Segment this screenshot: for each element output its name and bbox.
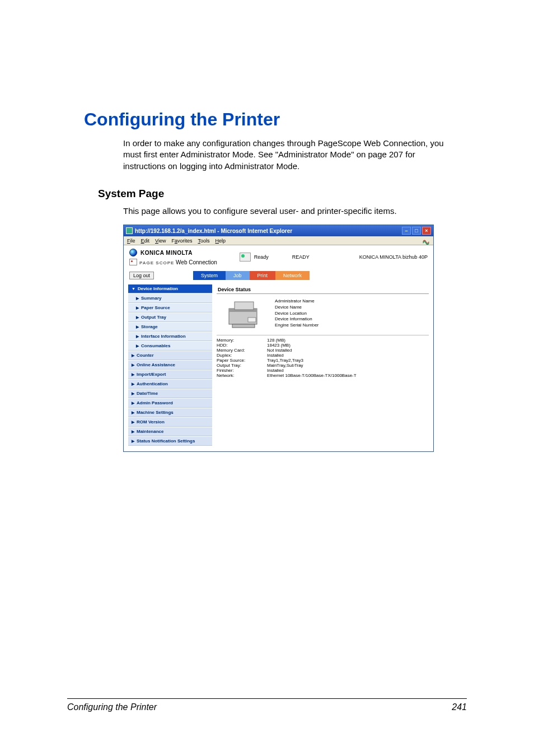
- spec-key: Output Tray:: [217, 363, 267, 368]
- page-number: 241: [452, 702, 467, 712]
- sidebar-item-date-time[interactable]: ▶Date/Time: [128, 389, 212, 398]
- sidebar-item-maintenance[interactable]: ▶Maintenance: [128, 427, 212, 436]
- spec-key: Network:: [217, 373, 267, 378]
- spec-key: Finisher:: [217, 368, 267, 373]
- spec-val: MainTray,SubTray: [267, 363, 303, 368]
- pagescope-icon: [129, 259, 137, 265]
- svg-rect-4: [232, 324, 255, 328]
- spec-val: 128 (MB): [267, 338, 285, 343]
- spec-val: Not Installed: [267, 348, 292, 353]
- sidebar-item-admin-password[interactable]: ▶Admin Password: [128, 399, 212, 408]
- device-info-list: Administrator Name Device Name Device Lo…: [275, 298, 318, 329]
- intro-paragraph: In order to make any configuration chang…: [123, 138, 456, 172]
- sidebar-item-import-export[interactable]: ▶Import/Export: [128, 370, 212, 379]
- sidebar-item-online-assistance[interactable]: ▶Online Assistance: [128, 361, 212, 370]
- spec-val: Installed: [267, 353, 284, 358]
- menu-edit[interactable]: Edit: [141, 238, 150, 244]
- window-title-text: http://192.168.1.2/a_index.html - Micros…: [135, 228, 292, 234]
- header-band: KONICA MINOLTA PAGE SCOPE Web Connection…: [124, 245, 433, 270]
- menu-view[interactable]: View: [155, 238, 166, 244]
- section-body: This page allows you to configure severa…: [123, 206, 456, 217]
- divider: [217, 335, 429, 335]
- screenshot-container: http://192.168.1.2/a_index.html - Micros…: [123, 225, 467, 452]
- window-minimize-button[interactable]: –: [402, 227, 411, 235]
- tab-job[interactable]: Job: [226, 271, 250, 280]
- tab-network[interactable]: Network: [275, 271, 310, 280]
- tab-print[interactable]: Print: [250, 271, 276, 280]
- status-label: Ready: [254, 254, 269, 260]
- info-device-information: Device Information: [275, 316, 318, 323]
- sidebar: ▼Device Information ▶Summary ▶Paper Sour…: [128, 284, 212, 446]
- spec-val: Tray1,Tray2,Tray3: [267, 358, 303, 363]
- info-admin-name: Administrator Name: [275, 298, 318, 305]
- spec-key: Memory Card:: [217, 348, 267, 353]
- spec-table: Memory:128 (MB) HDD:18423 (MB) Memory Ca…: [217, 338, 429, 378]
- sidebar-item-status-notification[interactable]: ▶Status Notification Settings: [128, 437, 212, 446]
- ie-app-icon: [126, 227, 133, 234]
- sidebar-item-rom-version[interactable]: ▶ROM Version: [128, 418, 212, 427]
- page-heading: Configuring the Printer: [84, 109, 467, 130]
- sidebar-item-interface-info[interactable]: ▶Interface Information: [128, 332, 212, 341]
- info-device-location: Device Location: [275, 311, 318, 317]
- sidebar-item-machine-settings[interactable]: ▶Machine Settings: [128, 408, 212, 417]
- menu-favorites[interactable]: Favorites: [171, 238, 192, 244]
- sidebar-item-output-tray[interactable]: ▶Output Tray: [128, 313, 212, 322]
- ie-throbber-icon: [422, 237, 430, 245]
- menu-file[interactable]: File: [127, 238, 135, 244]
- pagescope-label: PAGE SCOPE Web Connection: [139, 259, 217, 265]
- ie-window: http://192.168.1.2/a_index.html - Micros…: [123, 225, 434, 452]
- menu-help[interactable]: Help: [215, 238, 226, 244]
- panel-title: Device Status: [217, 284, 429, 294]
- spec-val: Ethernet 10Base-T/100Base-TX/1000Base-T: [267, 373, 357, 378]
- printer-image: [224, 298, 264, 329]
- window-maximize-button[interactable]: □: [412, 227, 421, 235]
- spec-key: Paper Source:: [217, 358, 267, 363]
- sidebar-item-authentication[interactable]: ▶Authentication: [128, 380, 212, 389]
- status-value: READY: [292, 254, 310, 260]
- svg-rect-3: [235, 302, 254, 310]
- ie-menu-bar: File Edit View Favorites Tools Help: [124, 236, 433, 245]
- tab-system[interactable]: System: [193, 271, 226, 280]
- km-logo-icon: [129, 249, 137, 256]
- sidebar-item-paper-source[interactable]: ▶Paper Source: [128, 304, 212, 312]
- spec-val: Installed: [267, 368, 284, 373]
- window-titlebar: http://192.168.1.2/a_index.html - Micros…: [124, 225, 433, 236]
- sidebar-item-summary[interactable]: ▶Summary: [128, 294, 212, 303]
- section-heading: System Page: [98, 188, 467, 200]
- brand-name: KONICA MINOLTA: [140, 250, 193, 256]
- sidebar-item-storage[interactable]: ▶Storage: [128, 323, 212, 332]
- spec-key: Duplex:: [217, 353, 267, 358]
- sidebar-item-counter[interactable]: ▶Counter: [128, 351, 212, 360]
- logout-button[interactable]: Log out: [129, 272, 154, 279]
- spec-val: 18423 (MB): [267, 343, 291, 348]
- printer-status-icon: [240, 253, 251, 262]
- spec-key: HDD:: [217, 343, 267, 348]
- footer-title: Configuring the Printer: [67, 702, 157, 712]
- sidebar-item-consumables[interactable]: ▶Consumables: [128, 342, 212, 351]
- page-footer: Configuring the Printer 241: [67, 698, 467, 712]
- spec-key: Memory:: [217, 338, 267, 343]
- info-device-name: Device Name: [275, 305, 318, 311]
- svg-rect-5: [248, 318, 256, 322]
- info-engine-serial: Engine Serial Number: [275, 323, 318, 329]
- tab-row: Log out System Job Print Network: [124, 270, 433, 284]
- device-model: KONICA MINOLTA bizhub 40P: [359, 254, 428, 260]
- sidebar-header-device-info[interactable]: ▼Device Information: [128, 284, 212, 293]
- window-close-button[interactable]: ×: [422, 227, 431, 235]
- menu-tools[interactable]: Tools: [198, 238, 209, 244]
- main-panel: Device Status: [217, 284, 429, 446]
